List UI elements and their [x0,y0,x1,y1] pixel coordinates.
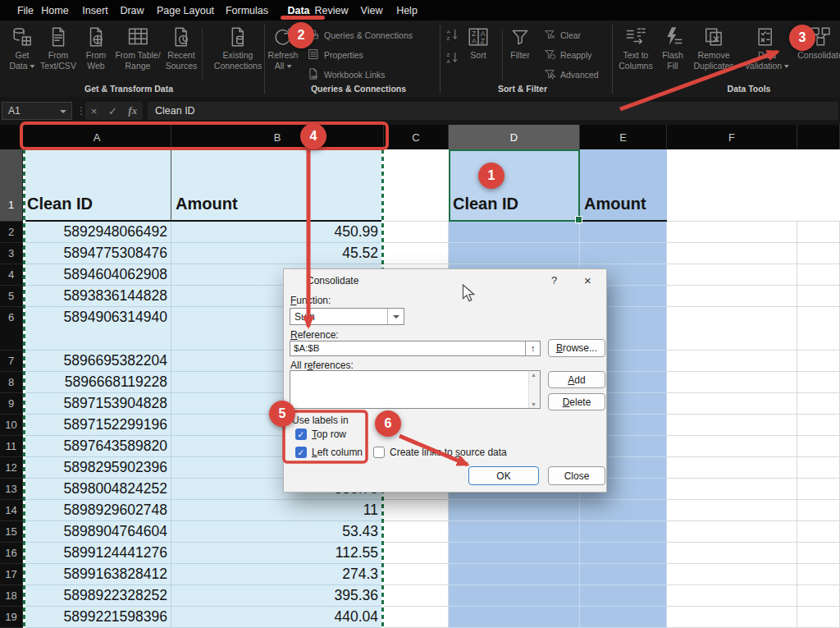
cell-G13[interactable] [797,479,840,500]
top-row-check-icon[interactable]: ✓ [295,429,307,440]
row-header-15[interactable]: 15 [0,521,23,543]
insert-function-icon[interactable]: fx [128,104,137,117]
ribbon-button-sort[interactable]: ZAAZSort [467,25,490,61]
ribbon-button-clear-filter[interactable]: Clear [543,28,581,43]
cell-E15[interactable] [580,521,667,543]
row-header-6[interactable]: 6 [0,307,23,351]
cell-A3[interactable]: 5894775308476 [23,243,171,264]
cell-G1[interactable] [797,149,840,222]
cell-F17[interactable] [667,564,797,585]
cell-G18[interactable] [797,585,840,607]
function-dropdown[interactable]: Sum [290,308,404,325]
cell-G8[interactable] [797,372,840,393]
cell-F5[interactable] [667,286,797,307]
cancel-icon[interactable]: × [91,105,98,117]
cell-E17[interactable] [580,564,667,585]
tab-insert[interactable]: Insert [82,0,107,21]
cell-D17[interactable] [449,564,580,585]
row-header-13[interactable]: 13 [0,479,23,500]
cell-D15[interactable] [449,521,580,543]
cell-E19[interactable] [580,607,667,628]
cell-A6[interactable]: 5894906314940 [23,307,171,351]
tab-draw[interactable]: Draw [120,0,144,21]
row-header-10[interactable]: 10 [0,415,23,436]
cell-B17[interactable]: 274.3 [171,564,384,585]
cell-F6[interactable] [667,307,797,351]
tab-page-layout[interactable]: Page Layout [157,0,214,21]
column-header-d[interactable]: D [449,125,580,149]
row-header-7[interactable]: 7 [0,351,23,372]
tab-help[interactable]: Help [396,0,418,21]
cell-A15[interactable]: 5898904764604 [23,521,171,543]
cell-E14[interactable] [580,500,667,521]
cell-G16[interactable] [797,543,840,564]
row-header-11[interactable]: 11 [0,436,23,457]
top-row-checkbox[interactable]: ✓ Top row [295,429,346,440]
row-header-4[interactable]: 4 [0,264,23,286]
cell-F19[interactable] [667,607,797,628]
cell-A14[interactable]: 5898929602748 [23,500,171,521]
cell-F13[interactable] [667,479,797,500]
tab-review[interactable]: Review [315,0,349,21]
cell-B2[interactable]: 450.99 [171,222,384,243]
listbox-scrollbar[interactable]: ▲ ▼ [528,371,540,408]
cell-G15[interactable] [797,521,840,543]
cell-A18[interactable]: 5898922328252 [23,585,171,607]
column-header-e[interactable]: E [580,125,667,149]
cell-F16[interactable] [667,543,797,564]
cell-C2[interactable] [384,222,449,243]
row-header-12[interactable]: 12 [0,457,23,479]
cell-A7[interactable]: 5896695382204 [23,351,171,372]
ribbon-button-get-data[interactable]: GetData [9,25,34,71]
add-button[interactable]: Add [548,371,605,388]
column-header-b[interactable]: B [171,125,384,149]
delete-button[interactable]: Delete [548,393,605,410]
row-header-1[interactable]: 1 [0,149,23,222]
cell-A12[interactable]: 5898295902396 [23,457,171,479]
cell-B18[interactable]: 395.36 [171,585,384,607]
ribbon-button-properties[interactable]: Properties [307,48,363,62]
ribbon-button-existing-connections[interactable]: ExistingConnections [214,25,262,71]
row-header-18[interactable]: 18 [0,585,23,607]
name-box[interactable]: A1 [2,102,72,120]
row-header-16[interactable]: 16 [0,543,23,564]
row-header-9[interactable]: 9 [0,393,23,415]
ribbon-button-workbook-links[interactable]: Workbook Links [307,67,386,82]
ribbon-button-from-table-range[interactable]: From Table/Range [115,25,160,71]
ribbon-button-from-web[interactable]: FromWeb [84,25,107,71]
cell-C14[interactable] [384,500,449,521]
left-column-check-icon[interactable]: ✓ [295,447,307,458]
cell-A11[interactable]: 5897643589820 [23,436,171,457]
cell-A17[interactable]: 5899163828412 [23,564,171,585]
ribbon-button-text-to-columns[interactable]: Text toColumns [619,25,652,71]
ribbon-button-sort-za[interactable]: ZA [445,50,460,68]
ribbon-button-flash-fill[interactable]: FlashFill [661,25,684,71]
cell-A1[interactable]: Clean ID [23,149,171,222]
cell-D18[interactable] [449,585,580,607]
cell-F12[interactable] [667,457,797,479]
cell-D3[interactable] [449,243,580,264]
cell-F11[interactable] [667,436,797,457]
cell-A2[interactable]: 5892948066492 [23,222,171,243]
cell-E1[interactable]: Amount [580,149,667,222]
reference-input[interactable]: $A:$B ↑ [290,341,541,356]
dialog-close-icon[interactable]: × [584,273,591,287]
cell-A5[interactable]: 5893836144828 [23,286,171,307]
browse-button[interactable]: Browse... [548,339,605,357]
cell-F1[interactable] [667,149,797,222]
cell-A8[interactable]: 5896668119228 [23,372,171,393]
all-references-listbox[interactable]: ▲ ▼ [290,370,541,409]
left-column-checkbox[interactable]: ✓ Left column [295,447,363,458]
ribbon-button-from-text-csv[interactable]: FromText/CSV [40,25,76,71]
cell-F7[interactable] [667,351,797,372]
cell-G14[interactable] [797,500,840,521]
row-header-2[interactable]: 2 [0,222,23,243]
close-button[interactable]: Close [548,466,605,485]
cell-F8[interactable] [667,372,797,393]
cell-G9[interactable] [797,393,840,415]
create-links-check-icon[interactable] [373,447,385,458]
cell-F15[interactable] [667,521,797,543]
ribbon-button-recent-sources[interactable]: RecentSources [166,25,198,71]
name-box-chevron-icon[interactable] [60,110,66,113]
cell-A4[interactable]: 5894604062908 [23,264,171,286]
